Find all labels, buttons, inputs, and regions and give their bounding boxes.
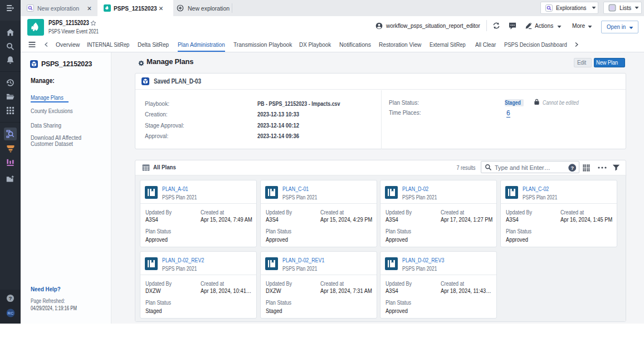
svg-text:?: ?: [570, 165, 574, 170]
svg-text:RC: RC: [7, 311, 13, 316]
svg-text:?: ?: [9, 296, 12, 301]
